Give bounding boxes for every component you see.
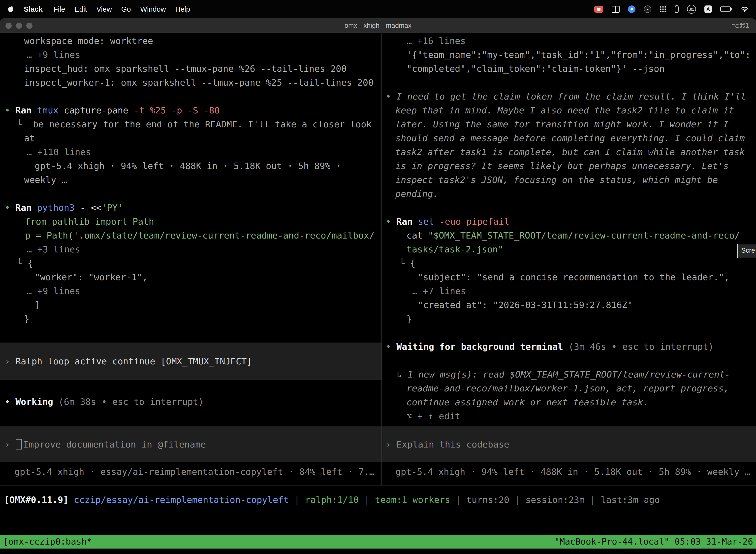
status-segment: session:23m (525, 495, 584, 505)
text-segment: { (410, 258, 416, 268)
tmux-session-info[interactable]: [omx-cczip0:bash* (3, 535, 92, 549)
terminal-line: keep that in mind. Maybe I also need the… (382, 104, 756, 117)
apple-menu-icon[interactable] (7, 5, 14, 13)
text-segment: '{"team_name":"my-team","task_id":"1","f… (406, 50, 751, 60)
text-segment: { (27, 258, 33, 268)
terminal-line: cat "$OMX_TEAM_STATE_ROOT/team/review-cu… (382, 229, 756, 242)
terminal-line: } (0, 312, 381, 326)
text-segment: … +7 lines (412, 286, 466, 296)
menu-item[interactable]: Edit (75, 5, 87, 13)
text-segment: ] (35, 300, 40, 310)
terminal-line: p = Path('.omx/state/team/review-current… (0, 229, 381, 242)
text-segment: Waiting for background terminal (396, 341, 568, 352)
screen-recording-icon[interactable] (594, 6, 603, 13)
terminal-line: weekly … (0, 173, 381, 187)
terminal-line: … +9 lines (0, 284, 381, 298)
text-cursor (16, 439, 22, 449)
menu-item[interactable]: Help (175, 5, 190, 13)
working-status-left: • Working (6m 38s • esc to interrupt) (0, 395, 381, 409)
scrollback-right: … +16 lines'{"team_name":"my-team","task… (382, 34, 756, 423)
text-segment: from pathlib import Path (25, 216, 154, 227)
menu-bar-left: Slack FileEditViewGoWindowHelp (7, 5, 199, 13)
text-segment: • (5, 203, 15, 213)
dots-grid-icon[interactable] (660, 6, 666, 12)
terminal-line: inspect_hud: omx sparkshell --tmux-pane … (0, 62, 381, 76)
battery-icon[interactable] (720, 6, 732, 12)
text-segment: Ran (15, 203, 37, 213)
window-shortcut-hint: ⌥⌘1 (732, 18, 750, 33)
terminal-line: tasks/task-2.json" (382, 242, 756, 257)
input-source-icon[interactable]: A (704, 5, 712, 13)
text-segment: "subject": "send a concise recommendatio… (418, 272, 730, 282)
status-segment: | (359, 495, 375, 505)
text-segment: tasks/task-2.json" (406, 244, 503, 255)
text-segment: set (418, 216, 440, 227)
status-segment: last:3m ago (601, 495, 660, 505)
text-segment: -euo pipefail (440, 216, 509, 227)
text-segment: └ (399, 258, 410, 268)
menu-item[interactable]: View (97, 5, 112, 13)
terminal-line: • Ran python3 - <<'PY' (0, 201, 381, 215)
terminal-line: } (382, 312, 756, 326)
text-segment: continue assigned work or next feasible … (406, 397, 648, 407)
horizontal-divider (0, 485, 756, 486)
terminal-line: • I need to get the claim token from the… (382, 90, 756, 104)
blue-app-icon[interactable] (628, 5, 635, 13)
text-segment: … +9 lines (26, 286, 80, 296)
text-segment: (3m 46s • esc to interrupt) (568, 341, 713, 352)
terminal-line: "worker": "worker-1", (0, 270, 381, 284)
status-segment: team:1 workers (375, 495, 450, 505)
text-segment: inspect task2's JSON, focusing on the st… (395, 175, 718, 185)
terminal-line: pending. (382, 187, 756, 201)
terminal-line: … +7 lines (382, 284, 756, 298)
active-app-name[interactable]: Slack (24, 5, 43, 13)
text-segment: workspace_mode: worktree (24, 36, 153, 46)
terminal-line: • Working (6m 38s • esc to interrupt) (0, 395, 381, 409)
terminal-line: later. Using the same for transition mig… (382, 117, 756, 131)
terminal-line: … +9 lines (0, 48, 381, 62)
text-segment: • (5, 397, 15, 407)
terminal-line: └ { (0, 257, 381, 270)
percent-badge-icon[interactable]: .61 (687, 5, 696, 14)
terminal-line: from pathlib import Path (0, 215, 381, 229)
terminal-line: gpt-5.4 xhigh · 94% left · 488K in · 5.1… (0, 159, 381, 173)
terminal-line: readme-and-reco/mailbox/worker-1.json, a… (382, 382, 756, 395)
wifi-icon[interactable] (741, 6, 749, 12)
text-segment: p = Path('.omx/state/team/review-current… (25, 230, 375, 240)
status-segment: ralph:1/10 (305, 495, 359, 505)
terminal-line: continue assigned work or next feasible … (382, 395, 756, 409)
text-segment: I need to get the claim token from the c… (396, 91, 746, 102)
text-segment: └ (17, 258, 27, 268)
text-segment: capture-pane (64, 105, 134, 115)
omx-status-line: [OMX#0.11.9] cczip/essay/ai-reimplementa… (4, 493, 756, 507)
composer-input-left[interactable]: › Improve documentation in @filename (0, 427, 381, 462)
terminal-line: at (0, 131, 381, 145)
text-segment: • (5, 105, 15, 115)
terminal-line: should send a message before completing … (382, 131, 756, 145)
menu-item[interactable]: File (54, 5, 65, 13)
composer-placeholder-left[interactable]: Improve documentation in @filename (23, 439, 206, 449)
prompt-chevron: › (5, 439, 10, 449)
pill-icon[interactable] (675, 5, 679, 13)
dark-app-icon[interactable]: ▸ (644, 5, 651, 13)
text-segment: … +9 lines (26, 50, 80, 60)
terminal-pane-left: workspace_mode: worktree… +9 linesinspec… (0, 33, 381, 485)
text-segment: ⌥ + ↑ edit (406, 411, 460, 421)
terminal-line: └ be necessary for the end of the README… (0, 117, 381, 131)
terminal-line (382, 201, 756, 215)
menu-item[interactable]: Go (121, 5, 131, 13)
composer-input-right[interactable]: › Explain this codebase (382, 427, 756, 462)
terminal-line: "created_at": "2026-03-31T11:59:27.816Z" (382, 298, 756, 312)
terminal-line (382, 326, 756, 340)
terminal-line (382, 76, 756, 90)
text-segment: } (24, 314, 29, 324)
session-footer-left: gpt-5.4 xhigh · essay/ai-reimplementatio… (0, 465, 381, 479)
grid-icon[interactable] (612, 6, 620, 13)
window-title-bar: omx --xhigh --madmax ⌥⌘1 (0, 18, 756, 33)
text-segment: later. Using the same for transition mig… (395, 119, 729, 129)
terminal-line (0, 90, 381, 104)
menu-item[interactable]: Window (140, 5, 166, 13)
status-segment: | (509, 495, 525, 505)
composer-placeholder-right[interactable]: Explain this codebase (396, 439, 509, 449)
text-segment: • (386, 341, 396, 352)
